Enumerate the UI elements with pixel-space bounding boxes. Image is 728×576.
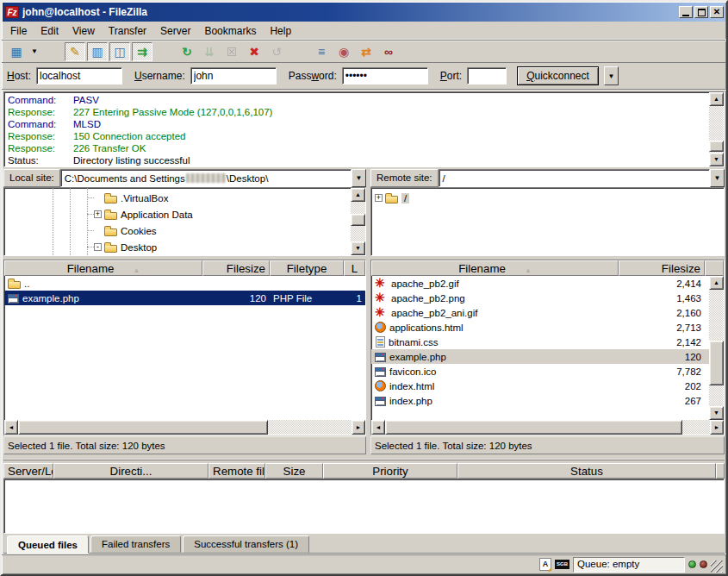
speedlimit-indicator-icon[interactable]: SGB bbox=[555, 560, 569, 569]
queue-column-header[interactable]: Size bbox=[265, 463, 323, 479]
menu-item[interactable]: Server bbox=[153, 23, 197, 39]
toolbar-separator[interactable] bbox=[289, 42, 309, 61]
scroll-right-icon[interactable]: ► bbox=[710, 420, 724, 435]
queue-column-header[interactable] bbox=[716, 463, 725, 479]
toolbar-separator[interactable] bbox=[42, 42, 63, 61]
menu-item[interactable]: Transfer bbox=[102, 23, 153, 39]
queue-tab[interactable]: Successful transfers (1) bbox=[183, 535, 309, 553]
local-hscrollbar[interactable]: ◄ ► bbox=[4, 420, 365, 435]
tree-expander[interactable]: - bbox=[94, 243, 102, 251]
scroll-thumb[interactable] bbox=[18, 420, 268, 435]
tree-item[interactable]: - Desktop bbox=[4, 239, 351, 255]
local-path-field[interactable]: C:\Documents and Settings\Desktop\ bbox=[60, 169, 352, 187]
menu-item[interactable]: File bbox=[3, 23, 34, 39]
queue-list[interactable] bbox=[3, 479, 725, 534]
scroll-thumb[interactable] bbox=[709, 141, 724, 152]
local-path-dropdown[interactable]: ▼ bbox=[352, 169, 366, 187]
filter-button[interactable]: ≡ bbox=[311, 42, 332, 61]
find-files-button[interactable]: ∞ bbox=[378, 42, 399, 61]
tree-item[interactable]: + Application Data bbox=[4, 206, 351, 222]
file-row[interactable]: apache_pb2_ani.gif 2,160 bbox=[371, 305, 709, 320]
process-queue-button[interactable]: ⇊ bbox=[199, 42, 220, 61]
disconnect-button[interactable]: ✖ bbox=[244, 42, 264, 61]
site-manager-button[interactable]: ▦ bbox=[6, 42, 27, 61]
remote-path-field[interactable]: / bbox=[439, 169, 710, 187]
minimize-button[interactable] bbox=[679, 6, 693, 18]
remote-list-scrollbar[interactable]: ▲ ▼ bbox=[709, 276, 724, 420]
close-button[interactable]: ✕ bbox=[710, 6, 724, 18]
tree-expander[interactable] bbox=[94, 194, 102, 202]
refresh-button[interactable]: ↻ bbox=[177, 42, 197, 61]
toggle-queue-button[interactable]: ⇉ bbox=[132, 42, 152, 61]
queue-column-header[interactable]: Status bbox=[457, 463, 716, 479]
sync-browse-button[interactable]: ⇄ bbox=[356, 42, 376, 61]
host-input[interactable] bbox=[36, 67, 122, 85]
file-row[interactable]: favicon.ico 7,782 bbox=[371, 364, 709, 379]
file-row[interactable]: index.html 202 bbox=[371, 379, 709, 393]
queue-column-header[interactable]: Directi... bbox=[53, 463, 208, 479]
tree-expander[interactable] bbox=[94, 227, 102, 235]
tree-item[interactable]: Cookies bbox=[4, 222, 351, 239]
compare-button[interactable]: ◉ bbox=[333, 42, 354, 61]
toolbar-separator[interactable] bbox=[154, 42, 175, 61]
file-row[interactable]: index.php 267 bbox=[371, 393, 709, 408]
password-input[interactable] bbox=[342, 67, 428, 85]
reconnect-button[interactable]: ↺ bbox=[266, 42, 287, 61]
menu-item[interactable]: Bookmarks bbox=[197, 23, 263, 39]
queue-tab[interactable]: Failed transfers bbox=[90, 535, 181, 553]
toggle-local-tree-button[interactable]: ▥ bbox=[87, 42, 108, 61]
file-row[interactable]: example.php 120 PHP File 1 bbox=[4, 291, 365, 305]
queue-column-header[interactable]: Priority bbox=[323, 463, 457, 479]
folder-icon bbox=[385, 196, 398, 203]
tree-expander[interactable]: + bbox=[94, 210, 102, 218]
scroll-right-icon[interactable]: ► bbox=[352, 420, 365, 435]
scroll-left-icon[interactable]: ◄ bbox=[4, 420, 18, 435]
scroll-up-icon[interactable]: ▲ bbox=[709, 276, 724, 290]
file-row[interactable]: .. bbox=[4, 276, 365, 291]
file-row[interactable]: apache_pb2.png 1,463 bbox=[371, 291, 709, 305]
queue-column-header[interactable]: Server/Local file bbox=[3, 463, 53, 479]
file-row[interactable]: example.php 120 bbox=[371, 349, 709, 364]
scroll-thumb[interactable] bbox=[709, 341, 724, 385]
menu-item[interactable]: View bbox=[65, 23, 102, 39]
queue-column-header[interactable]: Remote file bbox=[208, 463, 265, 479]
cancel-transfer-button[interactable]: ☒ bbox=[221, 42, 242, 61]
scroll-down-icon[interactable]: ▼ bbox=[351, 241, 365, 255]
maximize-button[interactable] bbox=[694, 6, 708, 18]
resize-grip[interactable] bbox=[711, 560, 723, 573]
column-header-filesize[interactable]: Filesize bbox=[202, 260, 270, 276]
menu-item[interactable]: Edit bbox=[34, 23, 65, 39]
toggle-message-log-button[interactable]: ✎ bbox=[65, 42, 85, 61]
column-header-lastmodified[interactable]: L bbox=[344, 260, 365, 276]
site-manager-dropdown[interactable]: ▼ bbox=[28, 42, 40, 61]
tree-item[interactable]: .VirtualBox bbox=[4, 190, 351, 206]
tree-expander[interactable]: + bbox=[375, 194, 383, 202]
scroll-thumb[interactable] bbox=[351, 214, 365, 226]
log-scrollbar[interactable]: ▲ ▼ bbox=[709, 92, 724, 166]
column-header-filename[interactable]: Filename bbox=[371, 260, 619, 276]
toggle-remote-tree-button[interactable]: ◫ bbox=[109, 42, 130, 61]
file-row[interactable]: apache_pb2.gif 2,414 bbox=[371, 276, 709, 291]
username-input[interactable] bbox=[190, 67, 277, 85]
scroll-down-icon[interactable]: ▼ bbox=[709, 153, 724, 166]
scroll-down-icon[interactable]: ▼ bbox=[709, 406, 724, 420]
column-header-filetype[interactable]: Filetype bbox=[270, 260, 344, 276]
scroll-thumb[interactable] bbox=[385, 420, 682, 435]
local-tree-scrollbar[interactable]: ▲ ▼ bbox=[351, 188, 365, 255]
column-header-filesize[interactable]: Filesize bbox=[619, 260, 705, 276]
scroll-up-icon[interactable]: ▲ bbox=[709, 92, 724, 106]
tree-item[interactable]: + / bbox=[371, 190, 724, 206]
remote-path-dropdown[interactable]: ▼ bbox=[710, 169, 725, 187]
file-row[interactable]: applications.html 2,713 bbox=[371, 320, 709, 335]
column-header-filename[interactable]: Filename bbox=[4, 260, 202, 276]
quickconnect-button[interactable]: Quickconnect bbox=[517, 66, 599, 85]
port-input[interactable] bbox=[467, 67, 507, 85]
remote-hscrollbar[interactable]: ◄ ► bbox=[371, 420, 724, 435]
menu-item[interactable]: Help bbox=[263, 23, 298, 39]
quickconnect-dropdown[interactable]: ▼ bbox=[604, 66, 619, 85]
file-row[interactable]: bitnami.css 2,142 bbox=[371, 335, 709, 349]
scroll-up-icon[interactable]: ▲ bbox=[351, 188, 365, 202]
queue-tab[interactable]: Queued files bbox=[7, 535, 89, 554]
scroll-left-icon[interactable]: ◄ bbox=[371, 420, 385, 435]
transfer-type-icon[interactable]: A bbox=[539, 558, 551, 571]
